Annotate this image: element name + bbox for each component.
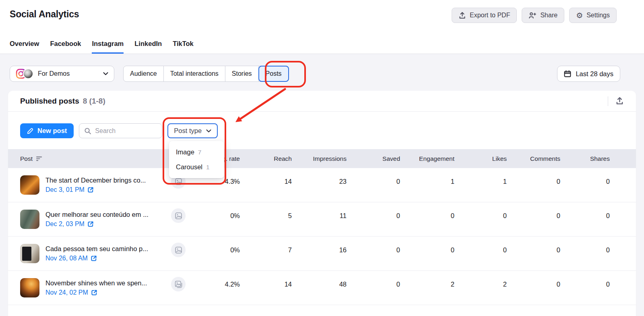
menu-item-image[interactable]: Image 7 [169,145,224,160]
engagement-value: 1 [400,178,454,185]
engagement-value: 0 [400,212,454,220]
segment-total-interactions[interactable]: Total interactions [164,66,225,81]
post-thumbnail[interactable] [20,175,39,195]
posts-table-body: The start of December brings co... Dec 3… [8,168,636,305]
account-selector[interactable]: For Demos [10,66,114,82]
saved-value: 0 [347,246,400,254]
report-segments: Audience Total interactions Stories Post… [123,66,289,82]
calendar-icon [564,70,571,77]
export-to-pdf-label: Export to PDF [470,12,510,19]
table-row: The start of December brings co... Dec 3… [8,168,636,202]
external-link-icon [91,289,97,296]
column-header-reach[interactable]: Reach [240,155,292,162]
tab-instagram[interactable]: Instagram [92,40,124,54]
menu-item-carousel-label: Carousel [176,163,202,171]
post-date-link[interactable]: Dec 2, 03 PM [45,220,149,228]
likes-value: 0 [454,246,507,254]
post-date-link[interactable]: Nov 26, 08 AM [45,255,148,262]
saved-value: 0 [347,281,400,288]
date-range-button[interactable]: Last 28 days [557,66,620,82]
search-input[interactable] [95,127,151,135]
external-link-icon [87,187,94,193]
likes-value: 1 [454,178,507,185]
post-type-cell [169,208,188,223]
export-pdf-icon [458,12,466,19]
column-header-comments[interactable]: Comments [507,155,560,162]
saved-value: 0 [347,178,400,185]
column-header-impressions[interactable]: Impressions [292,155,347,162]
column-header-shares[interactable]: Shares [560,155,610,162]
chevron-down-icon [206,129,211,133]
sort-icon [36,156,43,161]
segment-stories[interactable]: Stories [225,66,259,81]
post-thumbnail[interactable] [20,244,39,263]
post-date-link[interactable]: Nov 24, 02 PM [45,289,147,296]
engagement-value: 2 [400,281,454,288]
search-icon [84,127,91,135]
post-title: November shines when we spen... [45,279,147,287]
post-thumbnail[interactable] [20,210,39,229]
post-type-cell [169,277,188,291]
post-type-cell [169,243,188,257]
impressions-value: 23 [292,178,347,185]
menu-item-carousel[interactable]: Carousel 1 [169,160,224,175]
new-post-label: New post [37,127,67,135]
pencil-icon [27,127,34,134]
column-header-likes[interactable]: Likes [454,155,507,162]
reach-value: 14 [240,178,292,185]
menu-item-carousel-count: 1 [206,164,210,171]
eng-rate-value: 4.3% [188,178,240,185]
eng-rate-value: 0% [188,246,240,254]
impressions-value: 11 [292,212,347,220]
post-type-dropdown-button[interactable]: Post type [167,123,218,138]
post-title: Cada pessoa tem seu caminho p... [45,245,148,253]
page-title: Social Analytics [10,9,79,20]
column-header-post[interactable]: Post [20,155,169,162]
table-row: Quer melhorar seu conteúdo em ... Dec 2,… [8,202,636,237]
post-cell: November shines when we spen... Nov 24, … [20,278,169,297]
post-thumbnail[interactable] [20,278,39,297]
network-tabs: Overview Facebook Instagram LinkedIn Tik… [10,40,194,54]
comments-value: 0 [507,178,560,185]
export-icon [615,97,624,105]
search-box [79,123,162,138]
card-title: Published posts [20,97,79,106]
settings-label: Settings [586,12,610,19]
reach-value: 7 [240,246,292,254]
shares-value: 0 [560,212,610,220]
carousel-type-icon [175,281,182,288]
export-table-button[interactable] [615,97,624,105]
settings-button[interactable]: ⚙ Settings [569,8,617,23]
posts-toolbar: New post Post type [20,123,218,138]
table-row: November shines when we spen... Nov 24, … [8,271,636,305]
account-avatar [23,69,33,79]
tab-linkedin[interactable]: LinkedIn [134,40,162,54]
column-header-engagement[interactable]: Engagement [400,155,454,162]
external-link-icon [87,221,94,227]
image-type-icon [175,212,182,220]
share-person-plus-icon [528,12,537,19]
shares-value: 0 [560,281,610,288]
saved-value: 0 [347,212,400,220]
social-analytics-page: Social Analytics Export to PDF Share ⚙ S… [0,0,644,316]
shares-value: 0 [560,246,610,254]
tab-facebook[interactable]: Facebook [50,40,81,54]
post-type-label: Post type [174,127,202,135]
share-label: Share [540,12,557,19]
segment-audience[interactable]: Audience [124,66,164,81]
menu-item-image-label: Image [176,148,194,156]
tab-tiktok[interactable]: TikTok [173,40,194,54]
new-post-button[interactable]: New post [20,123,74,138]
column-header-saved[interactable]: Saved [347,155,400,162]
tab-overview[interactable]: Overview [10,40,39,54]
post-date-link[interactable]: Dec 3, 01 PM [45,186,146,193]
menu-item-image-count: 7 [198,149,202,156]
post-title: The start of December brings co... [45,177,146,184]
card-header: Published posts 8 (1-8) [8,91,636,112]
external-link-icon [91,255,97,262]
likes-value: 0 [454,212,507,220]
comments-value: 0 [507,212,560,220]
segment-posts[interactable]: Posts [258,66,289,82]
share-button[interactable]: Share [522,8,564,23]
export-to-pdf-button[interactable]: Export to PDF [452,8,517,23]
